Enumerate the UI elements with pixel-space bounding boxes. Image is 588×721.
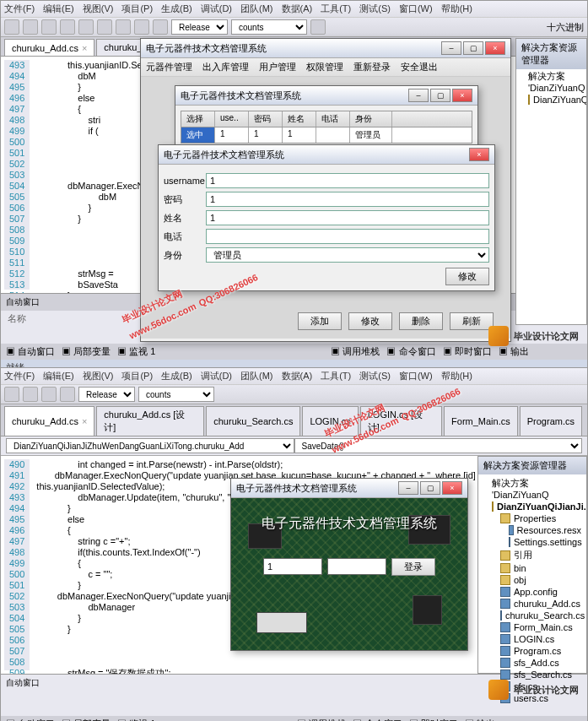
app-title: 电子元器件技术文档管理系统 [146, 42, 267, 55]
tab-locals[interactable]: ▣ 局部变量 [62, 345, 111, 358]
menu-view[interactable]: 视图(V) [83, 3, 114, 15]
table-row[interactable]: 选中 1 1 1 管理员 [181, 127, 472, 144]
tab-out[interactable]: ▣ 输出 [499, 345, 529, 358]
tab-callstack[interactable]: ▣ 调用堆栈 [331, 345, 380, 358]
vs-toolbar: Release counts 十六进制 [1, 17, 587, 37]
close-button[interactable]: × [469, 148, 489, 161]
modify-button[interactable]: 修改 [445, 268, 489, 285]
login-username[interactable] [263, 558, 322, 575]
tb-save-icon[interactable] [41, 387, 57, 402]
max-button[interactable]: ▢ [420, 481, 440, 495]
menu-relogin[interactable]: 重新登录 [353, 61, 391, 73]
logo-icon [488, 326, 509, 346]
menu-help[interactable]: 帮助(H) [441, 3, 472, 15]
close-button[interactable]: × [485, 41, 505, 55]
method-combo[interactable]: SaveData() [294, 438, 583, 453]
login-dialog: 电子元器件技术文档管理系统–▢× 电子元器件技术文档管理系统 登录 [230, 478, 468, 651]
role-select[interactable]: 管理员 [206, 247, 489, 263]
max-button[interactable]: ▢ [463, 41, 483, 55]
tab-cmd[interactable]: ▣ 命令窗口 [386, 345, 435, 358]
menu-file[interactable]: 文件(F) [4, 3, 35, 15]
tb-run-icon[interactable] [60, 387, 75, 402]
menu-team[interactable]: 团队(M) [240, 3, 273, 15]
user-list-dialog: 电子元器件技术文档管理系统–▢× 选择 use.. 密码 姓名 电话 身份 选中… [175, 85, 478, 149]
close-icon[interactable]: × [82, 43, 87, 53]
tb-open-icon[interactable] [23, 387, 38, 402]
class-combo[interactable]: DianZiYuanQiJianJiZhuWenDangGuanLiXiTong… [6, 438, 294, 453]
menu-debug[interactable]: 调试(D) [201, 3, 232, 15]
close-button[interactable]: × [442, 481, 462, 495]
tb-run-icon[interactable] [153, 19, 168, 35]
logo-icon [488, 680, 509, 700]
tb-copy-icon[interactable] [78, 19, 94, 35]
menu-edit[interactable]: 编辑(E) [43, 3, 74, 15]
menu-exit[interactable]: 安全退出 [401, 61, 438, 73]
delete-button[interactable]: 删除 [399, 312, 443, 330]
vs-menubar: 文件(F)编辑(E)视图(V)项目(P)生成(B)调试(D)团队(M)数据(A)… [1, 368, 587, 384]
login-system-title: 电子元器件技术文档管理系统 [231, 498, 467, 541]
tel-field[interactable] [206, 229, 489, 244]
tb-undo-icon[interactable] [116, 19, 131, 35]
doc-tabs: churuku_Add.cs× churuku_Add.cs [设计] chur… [1, 404, 587, 436]
tb-redo-icon[interactable] [134, 19, 149, 35]
tb-open-icon[interactable] [23, 19, 38, 35]
tb-new-icon[interactable] [4, 387, 19, 402]
username-field[interactable] [206, 173, 489, 188]
tb-paste-icon[interactable] [97, 19, 112, 35]
add-button[interactable]: 添加 [298, 312, 342, 330]
refresh-button[interactable]: 刷新 [450, 312, 494, 330]
min-button[interactable]: – [398, 481, 418, 495]
tab-auto[interactable]: ▣ 自动窗口 [6, 345, 55, 358]
name-field[interactable] [206, 210, 489, 225]
menu-component[interactable]: 元器件管理 [146, 61, 192, 73]
menu-data[interactable]: 数据(A) [282, 3, 313, 15]
grid-header: 选择 use.. 密码 姓名 电话 身份 [181, 111, 472, 127]
sol-node[interactable]: 解决方案 'DianZiYuanQ [516, 69, 586, 94]
tab-watch[interactable]: ▣ 监视 1 [117, 345, 155, 358]
login-password[interactable] [327, 558, 386, 575]
login-button[interactable]: 登录 [391, 558, 435, 576]
tb-find-icon[interactable] [310, 19, 326, 35]
menu-tools[interactable]: 工具(T) [321, 3, 351, 15]
password-field[interactable] [206, 192, 489, 207]
solution-explorer: 解决方案资源管理器 解决方案 'DianZiYuanQ DianZiYuanQi… [477, 456, 587, 674]
tb-new-icon[interactable] [4, 19, 19, 35]
tb-cut-icon[interactable] [60, 19, 75, 35]
min-button[interactable]: – [441, 41, 461, 55]
close-button[interactable]: × [452, 89, 472, 102]
menu-io[interactable]: 出入库管理 [202, 61, 249, 73]
menu-test[interactable]: 测试(S) [359, 3, 391, 15]
tab-churuku-add[interactable]: churuku_Add.cs× [4, 406, 94, 436]
solution-explorer: 解决方案资源管理器 解决方案 'DianZiYuanQ DianZiYuanQi… [515, 38, 587, 325]
tab-imm[interactable]: ▣ 即时窗口 [443, 345, 492, 358]
target-combo[interactable]: counts [231, 19, 307, 35]
max-button[interactable]: ▢ [430, 89, 450, 102]
app-menubar: 元器件管理 出入库管理 用户管理 权限管理 重新登录 安全退出 [141, 58, 510, 77]
config-combo[interactable]: Release [171, 19, 228, 35]
proj-node[interactable]: DianZiYuanQiJianJi... [480, 501, 585, 512]
tab-churuku-add[interactable]: churuku_Add.cs× [4, 39, 94, 56]
tb-save-icon[interactable] [41, 19, 57, 35]
menu-proj[interactable]: 项目(P) [121, 3, 153, 15]
proj-node[interactable]: DianZiYuanQiJianJi... [516, 94, 586, 106]
vs-menubar: 文件(F) 编辑(E) 视图(V) 项目(P) 生成(B) 调试(D) 团队(M… [1, 1, 587, 17]
menu-user[interactable]: 用户管理 [259, 61, 296, 73]
min-button[interactable]: – [408, 89, 429, 102]
tree-item[interactable]: Properties [480, 512, 585, 524]
line-numbers: 4934944954964974984995005015025035045055… [4, 60, 30, 290]
app-main-window: 电子元器件技术文档管理系统–▢× 元器件管理 出入库管理 用户管理 权限管理 重… [140, 38, 511, 342]
sol-node[interactable]: 解决方案 'DianZiYuanQ [480, 476, 585, 501]
menu-window[interactable]: 窗口(W) [399, 3, 433, 15]
user-edit-dialog: 电子元器件技术文档管理系统× username 密码 姓名 电话 身份管理员 修… [158, 144, 495, 291]
menu-perm[interactable]: 权限管理 [306, 61, 343, 73]
edit-button[interactable]: 修改 [348, 312, 392, 330]
arch-label: 十六进制 [547, 21, 584, 34]
menu-build[interactable]: 生成(B) [161, 3, 192, 15]
